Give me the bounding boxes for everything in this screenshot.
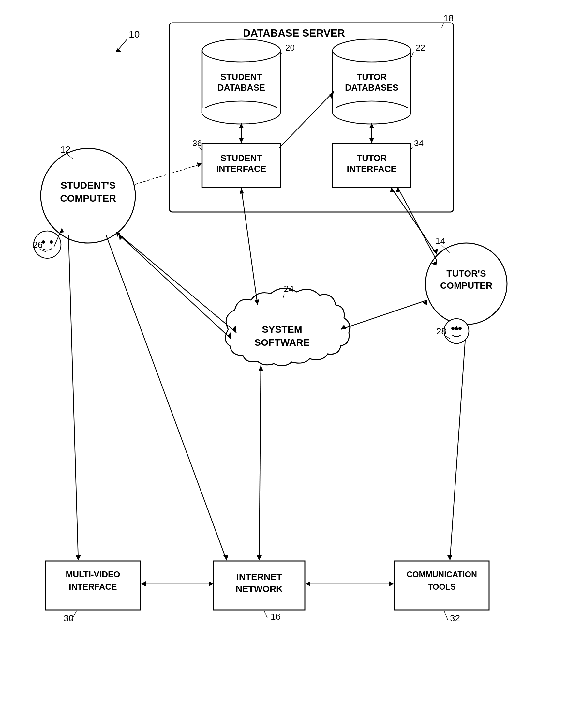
tutor-databases-label2: DATABASES bbox=[345, 83, 398, 93]
arrow-sc-to-mvi bbox=[69, 235, 78, 560]
svg-line-28 bbox=[264, 611, 268, 618]
system-software-label1: SYSTEM bbox=[262, 324, 302, 335]
main-svg: 10 DATABASE SERVER 18 STUDENT DATABASE 2… bbox=[0, 0, 567, 728]
svg-point-46 bbox=[458, 327, 462, 330]
arrow-sc-to-in bbox=[106, 235, 227, 560]
tutor-databases-top bbox=[332, 39, 411, 62]
svg-marker-39 bbox=[76, 555, 81, 560]
system-software-cloud: SYSTEM SOFTWARE bbox=[225, 288, 350, 366]
ref-12: 12 bbox=[60, 144, 70, 155]
svg-marker-37 bbox=[305, 581, 310, 586]
student-interface-label1: STUDENT bbox=[221, 153, 262, 163]
tutor-person bbox=[444, 319, 469, 343]
student-interface-label2: INTERFACE bbox=[216, 164, 266, 174]
ref-34: 34 bbox=[414, 138, 423, 148]
tutors-computer-label2: COMPUTER bbox=[440, 281, 492, 291]
ref-28: 28 bbox=[436, 326, 446, 336]
arrow-tc-to-ss bbox=[341, 300, 427, 329]
svg-point-44 bbox=[444, 319, 469, 343]
ref-32: 32 bbox=[450, 613, 460, 623]
ref-20: 20 bbox=[285, 43, 295, 53]
svg-line-30 bbox=[444, 611, 448, 620]
arrow-ss-to-sc bbox=[119, 235, 232, 339]
tutor-databases-label1: TUTOR bbox=[357, 72, 387, 82]
internet-network-label2: NETWORK bbox=[236, 584, 283, 594]
ref-10: 10 bbox=[129, 29, 140, 39]
ref-24: 24 bbox=[284, 284, 294, 294]
student-database-top bbox=[202, 39, 281, 62]
ref-36: 36 bbox=[192, 138, 202, 148]
student-database-label2: DATABASE bbox=[218, 83, 265, 93]
svg-marker-38 bbox=[447, 555, 452, 560]
svg-rect-3 bbox=[203, 108, 280, 114]
system-software-label2: SOFTWARE bbox=[254, 337, 310, 348]
svg-rect-5 bbox=[333, 108, 410, 114]
arrow-sc-to-ss bbox=[116, 232, 237, 333]
svg-line-0 bbox=[117, 39, 127, 51]
ref-22: 22 bbox=[416, 43, 425, 53]
internet-network-label1: INTERNET bbox=[237, 572, 282, 582]
svg-marker-36 bbox=[389, 581, 394, 586]
ref-30: 30 bbox=[64, 613, 74, 623]
svg-marker-32 bbox=[259, 365, 263, 371]
ref-18: 18 bbox=[443, 13, 453, 23]
students-computer-label1: STUDENT'S bbox=[61, 180, 116, 190]
ref-16: 16 bbox=[271, 612, 281, 622]
svg-marker-33 bbox=[223, 555, 228, 560]
svg-marker-1 bbox=[115, 48, 121, 52]
svg-point-42 bbox=[50, 240, 53, 244]
svg-marker-35 bbox=[209, 581, 214, 586]
communication-tools-label1: COMMUNICATION bbox=[406, 570, 477, 579]
multi-video-interface-label1: MULTI-VIDEO bbox=[66, 569, 120, 579]
svg-marker-34 bbox=[141, 581, 146, 586]
arrow-tc-to-ct bbox=[450, 325, 466, 560]
students-computer-label2: COMPUTER bbox=[60, 193, 116, 204]
multi-video-interface-label2: INTERFACE bbox=[69, 582, 117, 592]
tutors-computer-label1: TUTOR'S bbox=[446, 268, 486, 279]
svg-marker-31 bbox=[257, 555, 262, 560]
database-server-label: DATABASE SERVER bbox=[243, 27, 345, 39]
student-database-label1: STUDENT bbox=[221, 72, 262, 82]
svg-point-45 bbox=[451, 327, 454, 330]
tutor-interface-label2: INTERFACE bbox=[346, 164, 396, 174]
ref-26: 26 bbox=[33, 240, 43, 250]
arrow-ss-to-in bbox=[259, 365, 261, 560]
ref-14: 14 bbox=[435, 236, 445, 246]
diagram-container: 10 DATABASE SERVER 18 STUDENT DATABASE 2… bbox=[0, 0, 567, 728]
tutor-interface-label1: TUTOR bbox=[357, 153, 387, 163]
communication-tools-label2: TOOLS bbox=[428, 582, 456, 591]
